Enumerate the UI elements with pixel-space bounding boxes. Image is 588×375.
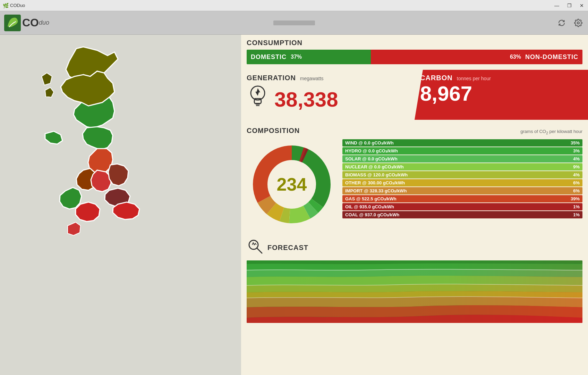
app-icon: 🌿	[3, 3, 9, 8]
logo-icon	[4, 15, 21, 31]
consumption-nondomestic: 63% NON-DOMESTIC	[371, 50, 582, 64]
legend-item: COAL @ 937.0 gCO₂/kWh 1%	[342, 211, 582, 218]
generation-value: 38,338	[274, 89, 338, 110]
consumption-bar: DOMESTIC 37% 63% NON-DOMESTIC	[247, 50, 582, 64]
minimize-button[interactable]: —	[553, 2, 560, 9]
generation-unit: megawatts	[300, 76, 324, 81]
consumption-section: CONSUMPTION DOMESTIC 37% 63% NON-DOMESTI…	[241, 35, 588, 67]
region-south-west	[76, 202, 100, 222]
generation-section: GENERATION megawatts 38,338	[241, 70, 415, 120]
composition-section: COMPOSITION grams of CO2 per kilowatt ho…	[241, 123, 588, 234]
close-button[interactable]: ✕	[578, 2, 585, 9]
forecast-title: FORECAST	[267, 244, 308, 252]
nondomestic-label: NON-DOMESTIC	[525, 53, 578, 61]
legend-item: GAS @ 522.5 gCO₂/kWh 39%	[342, 195, 582, 202]
region-cornwall	[68, 222, 80, 235]
region-western-isles	[42, 73, 52, 85]
region-east-england	[108, 164, 128, 186]
main-content: CONSUMPTION DOMESTIC 37% 63% NON-DOMESTI…	[0, 35, 588, 375]
legend-item: SOLAR @ 0.0 gCO₂/kWh 4%	[342, 155, 582, 162]
legend-item: BIOMASS @ 120.0 gCO₂/kWh 4%	[342, 171, 582, 178]
generation-title: GENERATION	[247, 74, 296, 82]
legend-container: WIND @ 0.0 gCO₂/kWh 35%HYDRO @ 0.0 gCO₂/…	[342, 139, 582, 218]
forecast-icon	[247, 238, 263, 258]
data-panel: CONSUMPTION DOMESTIC 37% 63% NON-DOMESTI…	[241, 35, 588, 375]
svg-point-0	[577, 22, 579, 24]
domestic-label: DOMESTIC	[251, 53, 287, 61]
region-skye	[45, 88, 54, 97]
refresh-button[interactable]	[556, 17, 567, 28]
legend-item: OTHER @ 300.00 gCO₂/kWh 6%	[342, 179, 582, 186]
app-header: CO duo	[0, 11, 588, 35]
logo-container: CO duo	[4, 15, 49, 31]
header-scrollbar-area	[273, 20, 315, 25]
app-header-right	[556, 17, 584, 28]
composition-title: COMPOSITION	[247, 127, 300, 135]
gen-carbon-row: GENERATION megawatts 38,338	[241, 70, 588, 120]
region-north-england	[83, 127, 113, 149]
carbon-title: CARBON	[420, 74, 453, 82]
legend-item: HYDRO @ 0.0 gCO₂/kWh 3%	[342, 147, 582, 155]
legend-item: NUCLEAR @ 0.0 gCO₂/kWh 9%	[342, 163, 582, 170]
legend-item: WIND @ 0.0 gCO₂/kWh 35%	[342, 139, 582, 147]
generation-header: GENERATION megawatts	[247, 74, 409, 82]
logo-text-co: CO	[22, 16, 39, 29]
forecast-header: FORECAST	[247, 238, 582, 258]
consumption-title: CONSUMPTION	[247, 39, 582, 47]
settings-button[interactable]	[573, 17, 584, 28]
titlebar-title: CODuo	[10, 3, 25, 8]
titlebar-controls: — ❐ ✕	[553, 2, 585, 9]
forecast-section: FORECAST	[241, 234, 588, 327]
carbon-header: CARBON tonnes per hour	[420, 74, 582, 82]
svg-line-16	[257, 248, 262, 253]
domestic-pct: 37%	[291, 54, 302, 60]
generation-body: 38,338	[247, 83, 409, 116]
carbon-value: 8,967	[420, 83, 582, 104]
region-northern-ireland	[45, 131, 62, 144]
legend-item: OIL @ 935.0 gCO₂/kWh 1%	[342, 203, 582, 210]
carbon-unit: tonnes per hour	[457, 76, 491, 81]
map-panel	[0, 35, 241, 375]
bulb-icon	[247, 83, 269, 116]
composition-unit: grams of CO2 per kilowatt hour	[520, 129, 582, 135]
logo-text-duo: duo	[39, 19, 49, 26]
legend-item: IMPORT @ 328.33 gCO₂/kWh 6%	[342, 187, 582, 194]
forecast-chart	[247, 260, 582, 323]
composition-body: 234 WIND @ 0.0 gCO₂/kWh 35%HYDRO @ 0.0 g…	[247, 139, 582, 230]
uk-map	[14, 42, 222, 361]
consumption-domestic: DOMESTIC 37%	[247, 50, 371, 64]
maximize-button[interactable]: ❐	[566, 2, 573, 9]
region-south-east	[113, 202, 139, 219]
nondomestic-pct: 63%	[510, 54, 521, 60]
header-scrollbar[interactable]	[273, 20, 315, 25]
composition-header: COMPOSITION grams of CO2 per kilowatt ho…	[247, 127, 582, 135]
donut-chart: 234	[247, 139, 337, 230]
titlebar: 🌿 CODuo — ❐ ✕	[0, 0, 588, 11]
donut-center-value: 234	[277, 174, 307, 195]
carbon-section: CARBON tonnes per hour 8,967	[415, 70, 588, 120]
